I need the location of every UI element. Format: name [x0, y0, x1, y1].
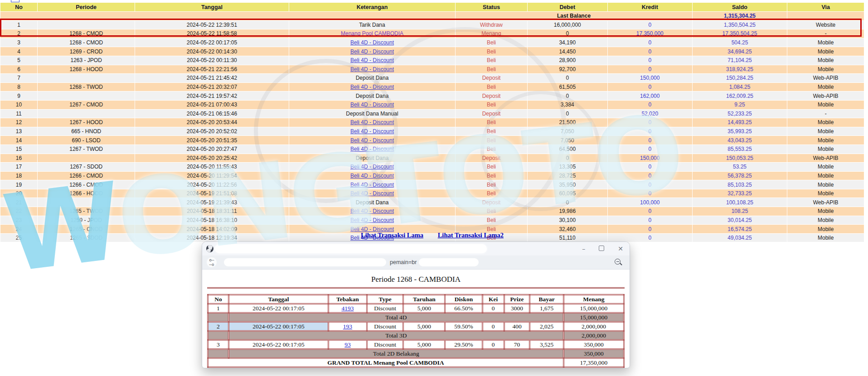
status-cell: Deposit — [456, 198, 527, 207]
debet-cell: 0 — [527, 109, 607, 118]
tebakan-link[interactable]: 193 — [343, 323, 352, 330]
keterangan-cell: Beli 4D - Discount — [289, 207, 456, 216]
saldo-cell: 318,924.25 — [692, 65, 787, 74]
keterangan-link[interactable]: Beli 4D - Discount — [350, 128, 394, 135]
kredit-cell: 0 — [607, 100, 692, 109]
minimize-button[interactable]: – — [582, 246, 585, 252]
tebakan-link[interactable]: 93 — [344, 341, 351, 348]
saldo-cell: 32,733.25 — [692, 189, 787, 198]
periode-cell: 1267 - HOOD — [37, 118, 135, 127]
saldo-cell: 162,009.25 — [692, 92, 787, 101]
keterangan-link[interactable]: Beli 4D - Discount — [350, 217, 394, 223]
zoom-magnifier-icon[interactable] — [614, 258, 622, 266]
status-cell: Beli — [456, 145, 527, 154]
transaction-row: 101267 - CMOD2024-05-21 07:00:43Beli 4D … — [0, 100, 864, 109]
saldo-cell: 9.25 — [692, 100, 787, 109]
popup-window: – ✕ o––o pemain=br Periode 1268 - CAMBOD… — [202, 241, 630, 368]
row-number: 5 — [0, 56, 38, 65]
close-button[interactable]: ✕ — [618, 246, 623, 252]
periode-cell: 1268 - TWOD — [37, 82, 135, 92]
empty-cell — [0, 12, 456, 21]
keterangan-link[interactable]: Menang Pool CAMBODIA — [341, 30, 403, 37]
debet-cell: 92,700 — [527, 65, 607, 74]
lihat-transaksi-lama-link[interactable]: Lihat Transaksi Lama — [361, 231, 423, 239]
via-cell: - — [787, 109, 864, 118]
keterangan-link[interactable]: Beli 4D - Discount — [350, 57, 394, 63]
lihat-transaksi-lama2-link[interactable]: Lihat Transaksi Lama2 — [438, 231, 504, 239]
kredit-cell: 0 — [607, 171, 692, 180]
status-cell: Beli — [456, 38, 527, 47]
keterangan-link[interactable]: Beli 4D - Discount — [350, 182, 394, 188]
bet-column-header: Tanggal — [228, 295, 328, 304]
bet-bayar: 2,025 — [530, 322, 563, 331]
bet-diskon: 66.50% — [445, 304, 483, 313]
keterangan-link[interactable]: Beli 4D - Discount — [350, 190, 394, 197]
keterangan-link[interactable]: Beli 4D - Discount — [350, 101, 394, 108]
last-balance-label: Last Balance — [456, 12, 692, 21]
via-cell: Mobile — [787, 118, 864, 127]
kredit-cell: 0 — [607, 118, 692, 127]
transaction-row: 14690 - LSOD2024-05-20 20:51:35Beli 4D -… — [0, 136, 864, 145]
tanggal-cell: 2024-05-19 21:51:08 — [135, 189, 289, 198]
grand-total-value: 17,350,000 — [563, 358, 624, 367]
keterangan-link[interactable]: Beli 4D - Discount — [350, 119, 394, 125]
tanggal-cell: 2024-05-21 20:32:07 — [135, 82, 289, 92]
keterangan-cell: Beli 4D - Discount — [289, 127, 456, 136]
column-header: Kredit — [607, 3, 692, 12]
kredit-cell: 0 — [607, 189, 692, 198]
total-row: Total 3D2,000,000 — [208, 331, 624, 340]
tune-icon[interactable]: o––o — [207, 257, 217, 267]
bet-column-header: No — [208, 295, 229, 304]
row-number: 14 — [0, 136, 38, 145]
keterangan-link[interactable]: Beli 4D - Discount — [350, 48, 394, 55]
transaction-row: 231259 - JPOD2024-05-18 16:38:10Beli 4D … — [0, 216, 864, 225]
keterangan-link[interactable]: Beli 4D - Discount — [350, 208, 394, 214]
bet-column-header: Bayar — [530, 295, 563, 304]
debet-cell: 16,000,000 — [527, 20, 607, 29]
keterangan-link[interactable]: Beli 4D - Discount — [350, 164, 394, 170]
keterangan-link[interactable]: Beli 4D - Discount — [350, 173, 394, 179]
tanggal-cell: 2024-05-19 21:39:43 — [135, 198, 289, 207]
tanggal-cell: 2024-05-20 20:51:35 — [135, 136, 289, 145]
transaction-row: 191266 - CMOD2024-05-20 11:22:56Beli 4D … — [0, 180, 864, 189]
via-cell: Web-APIB — [787, 74, 864, 83]
empty-cell — [208, 349, 229, 358]
last-balance-row: Last Balance1,315,304.25 — [0, 12, 864, 21]
status-cell: Beli — [456, 82, 527, 92]
debet-cell: 28,900 — [527, 56, 607, 65]
keterangan-link[interactable]: Beli 4D - Discount — [350, 84, 394, 90]
grand-total-row: GRAND TOTAL Menang Pool CAMBODIA17,350,0… — [208, 358, 624, 367]
tebakan-link[interactable]: 4193 — [341, 305, 354, 312]
keterangan-link[interactable]: Beli 4D - Discount — [350, 137, 394, 144]
via-cell: Web-APIB — [787, 92, 864, 101]
keterangan-link[interactable]: Beli 4D - Discount — [350, 39, 394, 46]
popup-titlebar[interactable]: – ✕ — [202, 242, 630, 255]
footer-links: Lihat Transaksi Lama Lihat Transaksi Lam… — [0, 231, 864, 239]
keterangan-link[interactable]: Beli 4D - Discount — [350, 66, 394, 72]
via-cell: Mobile — [787, 171, 864, 180]
bet-taruhan: 5,000 — [403, 304, 445, 313]
popup-addressbar[interactable]: o––o pemain=br — [202, 255, 630, 270]
kredit-cell: 52,020 — [607, 109, 692, 118]
periode-cell: 1266 - CMOD — [37, 171, 135, 180]
debet-cell: 0 — [527, 29, 607, 39]
cut-off-element — [11, 0, 19, 2]
via-cell: Website — [787, 20, 864, 29]
row-number: 9 — [0, 92, 38, 101]
maximize-button[interactable] — [599, 246, 604, 252]
kredit-cell: 0 — [607, 136, 692, 145]
total-row: Total 4D15,000,000 — [208, 313, 624, 322]
bet-detail-table: NoTanggalTebakanTypeTaruhanDiskonKeiPriz… — [207, 294, 625, 368]
bet-tebakan: 193 — [329, 322, 367, 331]
keterangan-link[interactable]: Beli 4D - Discount — [350, 146, 394, 152]
total-value: 2,000,000 — [563, 331, 624, 340]
via-cell: Mobile — [787, 136, 864, 145]
tanggal-cell: 2024-05-20 20:52:02 — [135, 127, 289, 136]
debet-cell: 0 — [527, 92, 607, 101]
bet-number: 1 — [208, 304, 229, 313]
saldo-cell: 52,233.25 — [692, 109, 787, 118]
debet-cell: 34,190 — [527, 38, 607, 47]
debet-cell: 14,450 — [527, 47, 607, 56]
via-cell: Mobile — [787, 82, 864, 92]
status-cell: Beli — [456, 216, 527, 225]
